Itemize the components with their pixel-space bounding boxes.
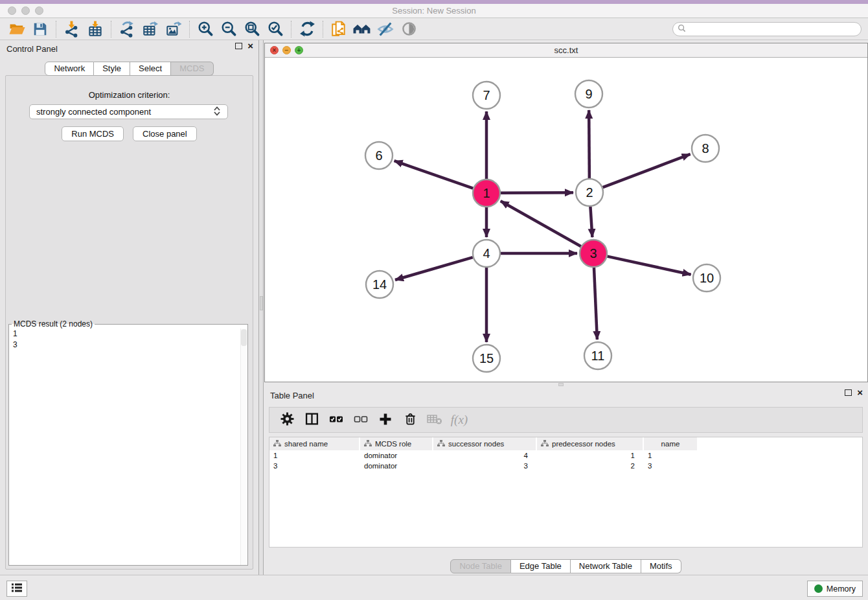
table-settings-button[interactable] [276,410,298,430]
table-row[interactable]: 1 dominator 4 1 1 [269,450,862,461]
tab-node-table[interactable]: Node Table [450,559,511,573]
cell-predecessor-nodes[interactable]: 1 [537,450,644,461]
cell-successor-nodes[interactable]: 4 [433,450,537,461]
node-7[interactable]: 7 [473,82,500,109]
tab-motifs[interactable]: Motifs [641,559,681,573]
select-all-rows-button[interactable] [325,410,347,430]
node-9[interactable]: 9 [575,80,602,108]
mcds-panel: Optimization criterion: strongly connect… [5,75,253,570]
cell-successor-nodes[interactable]: 3 [433,461,537,471]
table-panel-title: Table Panel [270,391,314,400]
close-panel-icon[interactable]: × [857,389,863,396]
tab-mcds[interactable]: MCDS [171,62,213,76]
cell-shared-name[interactable]: 1 [269,450,360,461]
hide-selected-button[interactable] [374,19,397,39]
tab-network[interactable]: Network [45,62,94,76]
search-field[interactable] [672,22,862,36]
network-window-titlebar[interactable]: × − + scc.txt [265,43,867,58]
edge-3-11[interactable] [594,268,597,340]
cell-mcds-role[interactable]: dominator [360,450,433,461]
edge-3-10[interactable] [607,257,691,275]
search-input[interactable] [686,23,861,35]
node-14[interactable]: 14 [366,271,393,298]
edge-3-1[interactable] [501,201,581,246]
network-graph[interactable]: 7968124314101511 [265,58,867,382]
deselect-all-rows-button[interactable] [350,410,372,430]
float-panel-icon[interactable] [235,43,242,49]
mcds-result-text[interactable]: 1 3 [9,329,247,565]
edge-4-14[interactable] [395,257,473,280]
svg-text:1: 1 [483,186,490,200]
column-header-shared-name[interactable]: shared name [269,437,360,450]
edge-2-3[interactable] [590,207,592,237]
export-image-button[interactable] [162,19,185,39]
copy-network-button[interactable] [327,19,350,39]
splitter-grip[interactable] [558,383,564,386]
edge-1-2[interactable] [501,192,573,193]
node-8[interactable]: 8 [692,135,719,162]
cell-mcds-role[interactable]: dominator [360,461,433,471]
table-panel-header: Table Panel × [264,387,868,404]
save-session-button[interactable] [29,19,52,39]
hierarchy-icon [364,440,372,448]
close-panel-button[interactable]: Close panel [133,126,197,141]
refresh-button[interactable] [295,19,319,39]
cell-name[interactable]: 3 [644,461,698,471]
table-row[interactable]: 3 dominator 3 2 3 [269,461,862,471]
memory-button[interactable]: Memory [807,581,863,597]
horizontal-splitter[interactable] [264,382,868,387]
float-panel-icon[interactable] [845,389,852,396]
node-4[interactable]: 4 [473,240,500,267]
cell-name[interactable]: 1 [644,450,698,461]
home-button[interactable] [350,19,374,39]
vertical-splitter[interactable] [259,40,264,575]
show-eye-button[interactable] [397,19,420,39]
export-table-button[interactable] [139,19,162,39]
toolbar-separator [291,21,291,38]
tab-select[interactable]: Select [130,62,171,76]
close-panel-icon[interactable]: × [247,43,253,49]
cell-predecessor-nodes[interactable]: 2 [537,461,644,471]
node-10[interactable]: 10 [693,264,720,292]
zoom-out-button[interactable] [217,19,240,39]
column-header-predecessor-nodes[interactable]: predecessor nodes [537,437,644,450]
export-network-button[interactable] [115,19,139,39]
criterion-select[interactable]: strongly connected component [29,104,228,119]
node-1[interactable]: 1 [473,179,500,207]
svg-text:2: 2 [586,185,593,200]
delete-column-button[interactable] [399,410,421,430]
import-network-button[interactable] [60,19,84,39]
zoom-fit-button[interactable] [240,19,264,39]
node-3[interactable]: 3 [580,240,607,267]
memory-status-icon [814,584,823,593]
show-columns-button[interactable] [301,410,323,430]
add-column-button[interactable] [374,410,396,430]
zoom-out-icon [221,21,237,37]
node-6[interactable]: 6 [365,142,393,169]
zoom-selected-button[interactable] [264,19,287,39]
task-history-button[interactable] [6,581,27,597]
zoom-in-button[interactable] [194,19,217,39]
network-canvas[interactable]: 7968124314101511 [265,58,867,382]
splitter-grip[interactable] [260,296,263,310]
svg-text:4: 4 [483,246,490,260]
app-titlebar: Session: New Session [0,4,868,18]
result-scrollbar[interactable] [240,329,247,565]
column-header-mcds-role[interactable]: MCDS role [360,437,433,450]
column-header-name[interactable]: name [644,437,698,450]
open-session-button[interactable] [5,19,29,39]
tab-style[interactable]: Style [94,62,130,76]
import-table-button[interactable] [84,19,107,39]
tab-edge-table[interactable]: Edge Table [511,559,571,573]
node-15[interactable]: 15 [473,345,500,372]
tab-network-table[interactable]: Network Table [571,559,641,573]
edge-2-9[interactable] [589,110,589,178]
node-table[interactable]: shared name MCDS role successor nodes pr… [269,437,863,548]
column-header-successor-nodes[interactable]: successor nodes [433,437,537,450]
edge-2-8[interactable] [603,154,691,187]
edge-1-6[interactable] [394,161,474,188]
node-2[interactable]: 2 [576,179,603,206]
node-11[interactable]: 11 [584,342,611,369]
cell-shared-name[interactable]: 3 [269,461,360,471]
run-mcds-button[interactable]: Run MCDS [62,126,124,141]
